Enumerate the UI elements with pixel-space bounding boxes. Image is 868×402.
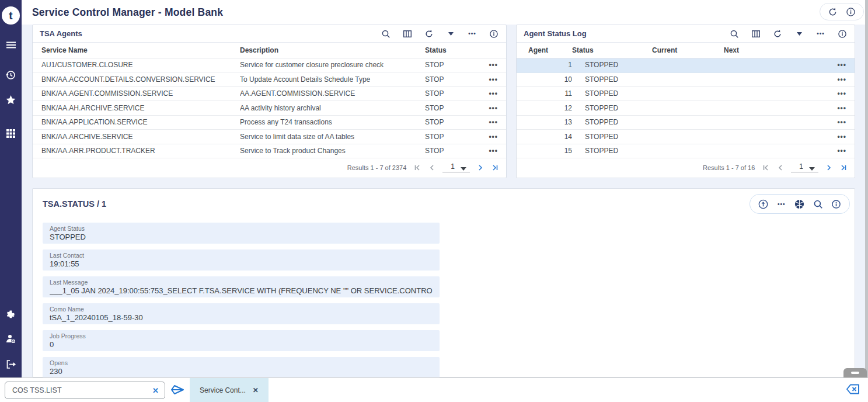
cell-service-name[interactable]: AU1/CUSTOMER.CLOSURE: [33, 58, 240, 72]
search-icon[interactable]: [813, 199, 823, 209]
table-row[interactable]: BNK/AA.AGENT.COMMISSION.SERVICE AA.AGENT…: [33, 86, 506, 101]
prev-page-icon[interactable]: [778, 165, 783, 171]
table-row[interactable]: BNK/AA.ACCOUNT.DETAILS.CONVERSION.SERVIC…: [33, 72, 506, 87]
vertical-scrollbar[interactable]: [865, 0, 868, 377]
table-row[interactable]: 10 STOPPED •••: [517, 72, 855, 87]
favorites-star-icon[interactable]: [0, 91, 22, 109]
row-actions-icon[interactable]: •••: [800, 86, 855, 101]
table-row[interactable]: BNK/AA.AH.ARCHIVE.SERVICE AA activity hi…: [33, 101, 506, 116]
row-actions-icon[interactable]: •••: [469, 101, 506, 116]
settings-gear-icon[interactable]: [0, 306, 22, 323]
cell-service-name[interactable]: BNK/AA.ARCHIVE.SERVICE: [33, 130, 240, 144]
chevron-down-icon[interactable]: [445, 29, 456, 39]
info-icon[interactable]: [831, 199, 842, 209]
command-input-box[interactable]: ✕: [5, 382, 165, 399]
apps-grid-icon[interactable]: [0, 124, 22, 142]
info-icon[interactable]: [845, 6, 856, 17]
cell-service-name[interactable]: BNK/AA.ACCOUNT.DETAILS.CONVERSION.SERVIC…: [33, 72, 240, 87]
table-row[interactable]: 15 STOPPED •••: [517, 144, 855, 158]
table-row[interactable]: 11 STOPPED •••: [517, 86, 855, 101]
detail-field[interactable]: Opens 230: [43, 357, 440, 378]
cell-service-name[interactable]: BNK/AA.AGENT.COMMISSION.SERVICE: [33, 86, 240, 101]
more-actions-icon[interactable]: •••: [776, 199, 787, 209]
col-status[interactable]: Status: [425, 43, 469, 58]
cell-service-name[interactable]: BNK/AA.ARR.PRODUCT.TRACKER: [33, 144, 240, 158]
next-page-icon[interactable]: [478, 165, 483, 171]
col-agent[interactable]: Agent: [517, 43, 572, 58]
detail-field[interactable]: Job Progress 0: [43, 330, 440, 351]
detail-field[interactable]: Como Name tSA_1_20240105_18-59-30: [43, 303, 440, 324]
row-actions-icon[interactable]: •••: [800, 144, 855, 158]
cell-agent[interactable]: 13: [517, 115, 572, 130]
first-page-icon[interactable]: [763, 165, 770, 171]
last-page-icon[interactable]: [491, 165, 498, 171]
horizontal-scrollbar-thumb[interactable]: [843, 368, 867, 377]
logout-icon[interactable]: [0, 355, 22, 373]
arrow-up-circle-icon[interactable]: [758, 199, 768, 209]
row-actions-icon[interactable]: •••: [800, 101, 855, 116]
cell-agent[interactable]: 10: [517, 72, 572, 87]
table-row[interactable]: BNK/AA.ARCHIVE.SERVICE Service to limit …: [33, 130, 506, 144]
col-current[interactable]: Current: [652, 43, 724, 58]
more-actions-icon[interactable]: •••: [815, 29, 826, 39]
cell-agent[interactable]: 14: [517, 130, 572, 144]
info-icon[interactable]: [489, 29, 499, 39]
col-description[interactable]: Description: [240, 43, 425, 58]
refresh-icon[interactable]: [828, 6, 838, 17]
table-row[interactable]: 12 STOPPED •••: [517, 101, 855, 116]
detail-field[interactable]: Last Contact 19:01:55: [43, 249, 440, 271]
row-actions-icon[interactable]: •••: [800, 115, 855, 130]
history-icon[interactable]: [0, 66, 22, 84]
table-row[interactable]: BNK/AA.APPLICATION.SERVICE Process any T…: [33, 115, 506, 130]
cell-agent[interactable]: 15: [517, 144, 572, 158]
close-tab-icon[interactable]: ✕: [253, 386, 259, 394]
info-icon[interactable]: [837, 29, 848, 39]
table-row[interactable]: BNK/AA.ARR.PRODUCT.TRACKER Service to Tr…: [33, 144, 506, 158]
table-row[interactable]: 1 STOPPED •••: [517, 58, 855, 72]
row-actions-icon[interactable]: •••: [469, 115, 506, 130]
temenos-logo[interactable]: t: [2, 6, 20, 25]
chevron-down-icon[interactable]: [794, 29, 804, 39]
clear-input-icon[interactable]: ✕: [152, 386, 159, 395]
last-page-icon[interactable]: [839, 165, 846, 171]
command-input[interactable]: [12, 386, 149, 394]
send-command-icon[interactable]: [171, 384, 184, 398]
row-actions-icon[interactable]: •••: [469, 130, 506, 144]
col-service-name[interactable]: Service Name: [33, 43, 240, 58]
table-row[interactable]: 13 STOPPED •••: [517, 115, 855, 130]
cell-agent[interactable]: 12: [517, 101, 572, 116]
page-select[interactable]: 1: [791, 162, 818, 172]
search-icon[interactable]: [729, 29, 740, 39]
table-row[interactable]: 14 STOPPED •••: [517, 130, 855, 144]
more-actions-icon[interactable]: •••: [467, 29, 477, 39]
row-actions-icon[interactable]: •••: [469, 58, 506, 72]
backspace-icon[interactable]: [846, 384, 860, 397]
cell-agent[interactable]: 1: [517, 58, 572, 72]
first-page-icon[interactable]: [414, 165, 421, 171]
columns-icon[interactable]: [402, 29, 413, 39]
cell-service-name[interactable]: BNK/AA.APPLICATION.SERVICE: [33, 115, 240, 130]
hamburger-menu-icon[interactable]: [0, 36, 22, 54]
tab-service-control[interactable]: Service Cont... ✕: [190, 378, 269, 402]
cell-agent[interactable]: 11: [517, 86, 572, 101]
row-actions-icon[interactable]: •••: [800, 130, 855, 144]
row-actions-icon[interactable]: •••: [800, 72, 855, 87]
refresh-icon[interactable]: [772, 29, 783, 39]
detail-field[interactable]: Last Message ___1_05 JAN 2024_19:00:55:7…: [43, 276, 440, 297]
detail-field[interactable]: Agent Status STOPPED: [43, 223, 440, 244]
row-actions-icon[interactable]: •••: [469, 86, 506, 101]
columns-icon[interactable]: [751, 29, 761, 39]
row-actions-icon[interactable]: •••: [469, 144, 506, 158]
col-next[interactable]: Next: [724, 43, 800, 58]
prev-page-icon[interactable]: [430, 165, 434, 171]
col-status[interactable]: Status: [572, 43, 652, 58]
row-actions-icon[interactable]: •••: [469, 72, 506, 87]
search-icon[interactable]: [381, 29, 391, 39]
cell-service-name[interactable]: BNK/AA.AH.ARCHIVE.SERVICE: [33, 101, 240, 116]
next-page-icon[interactable]: [827, 165, 831, 171]
table-row[interactable]: AU1/CUSTOMER.CLOSURE Service for custome…: [33, 58, 506, 72]
page-select[interactable]: 1: [442, 162, 470, 172]
row-actions-icon[interactable]: •••: [800, 58, 855, 72]
refresh-icon[interactable]: [424, 29, 434, 39]
sphere-icon[interactable]: [794, 199, 805, 209]
